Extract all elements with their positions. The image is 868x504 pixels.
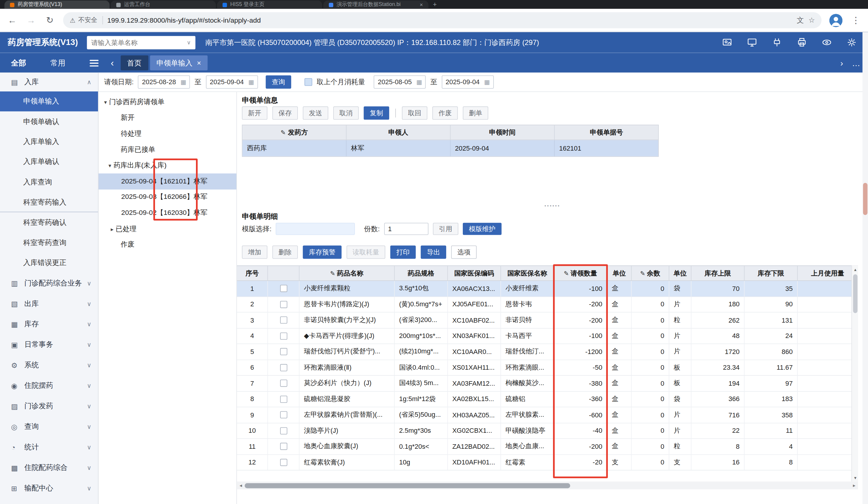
scroll-left-icon[interactable]: ‹ (111, 58, 114, 68)
nav-common[interactable]: 常用 (50, 58, 65, 68)
row-checkbox[interactable] (280, 459, 287, 466)
detail-toolbar-button[interactable]: 导出 (421, 245, 446, 259)
sidebar-group[interactable]: ▨ 门诊发药 ∨ (0, 396, 98, 416)
tree-item[interactable]: 药库已接单 (99, 142, 236, 158)
cell-apply-qty[interactable]: -360 (554, 391, 607, 406)
cell-apply-qty[interactable]: -40 (554, 423, 607, 438)
sidebar-item[interactable]: 入库单输入 (0, 132, 98, 152)
detail-toolbar-button[interactable]: 选项 (451, 245, 476, 259)
col-insurance-code[interactable]: 国家医保编码 (448, 266, 501, 280)
row-checkbox[interactable] (280, 427, 287, 434)
nav-all[interactable]: 全部 (11, 58, 26, 68)
master-action-button[interactable]: 作废 (432, 107, 458, 120)
browser-menu-icon[interactable]: ⋮ (850, 15, 861, 26)
col-spec[interactable]: 药品规格 (395, 266, 448, 280)
cell-remainder[interactable]: 0 (632, 281, 669, 296)
sidebar-item[interactable]: 申领单输入 (0, 91, 98, 112)
col-drug-name[interactable]: ✎ 药品名称 (299, 266, 395, 280)
sidebar-item[interactable]: 科室寄药输入 (0, 192, 98, 212)
tree-item-processed[interactable]: ▸ 已处理 (99, 221, 236, 237)
template-select-input[interactable] (276, 223, 355, 235)
scroll-up-icon[interactable]: ▲ (852, 266, 859, 273)
cell-apply-qty[interactable]: -600 (554, 407, 607, 423)
table-row[interactable]: 1 小麦纤维素颗粒 3.5g*10包 XA06ACX13... 小麦纤维素 -1… (237, 281, 858, 297)
date-from-input[interactable]: 2025-08-28 ▦ (138, 75, 190, 89)
vertical-scroll-thumb[interactable] (853, 274, 857, 313)
sidebar-item[interactable]: 科室寄药确认 (0, 212, 98, 233)
sidebar-group[interactable]: ▥ 门诊配药综合业务 ∨ (0, 273, 98, 293)
master-column-header[interactable]: 申领单据号 (555, 125, 658, 140)
close-icon[interactable]: × (197, 59, 201, 67)
table-row[interactable]: 4 ◆卡马西平片(得理多)(J) 200mg*10s*... XN03AFK01… (237, 328, 858, 344)
monitor-icon[interactable] (747, 37, 757, 48)
scroll-left-icon[interactable]: ◂ (237, 482, 245, 490)
table-row[interactable]: 9 左甲状腺素钠片(雷替斯)(... (省采5)50ug... XH03AAZ0… (237, 407, 858, 423)
master-action-button[interactable]: 复制 (364, 107, 389, 120)
page-scrollbar[interactable] (862, 32, 868, 504)
master-column-header[interactable]: 申领人 (347, 125, 451, 140)
consume-to-input[interactable]: 2025-09-04 ▦ (442, 75, 494, 89)
tree-root[interactable]: ▾ 门诊西药房请领单 (99, 94, 236, 110)
table-row[interactable]: 3 非诺贝特胶囊(力平之)(J) (省采3)200... XC10ABF02..… (237, 313, 858, 328)
row-checkbox[interactable] (280, 332, 287, 340)
row-checkbox[interactable] (280, 348, 287, 355)
sidebar-item[interactable]: 科室寄药查询 (0, 233, 98, 253)
master-row[interactable]: 西药库 林军 2025-09-04 162101 (242, 140, 658, 156)
master-action-button[interactable]: 删单 (463, 107, 488, 120)
col-unit2[interactable]: 单位 (669, 266, 691, 280)
menu-collapse-icon[interactable] (90, 59, 98, 66)
sidebar-item[interactable]: 入库错误更正 (0, 253, 98, 273)
table-row[interactable]: 6 环孢素滴眼液(Ⅱ) 国谈0.4ml:0... XS01XAH11... 环孢… (237, 360, 858, 376)
reload-icon[interactable]: ↻ (44, 15, 55, 26)
scroll-down-icon[interactable]: ▼ (852, 474, 859, 481)
tree-order-item[interactable]: 2025-09-02【162030】林军 (99, 205, 236, 221)
table-row[interactable]: 7 莫沙必利片（快力）(J) 国4续3) 5m... XA03FAM12... … (237, 376, 858, 391)
tree-item[interactable]: 新开 (99, 110, 236, 126)
screenshot-icon[interactable] (722, 37, 732, 48)
table-row[interactable]: 10 溴隐亭片(J) 2.5mg*30s XG02CBX1... 甲磺酸溴隐亭 … (237, 423, 858, 439)
cell-remainder[interactable]: 0 (632, 439, 669, 454)
master-column-header[interactable]: 申领时间 (451, 125, 555, 140)
address-bar[interactable]: ⚠ 不安全 199.9.129.29:8000/his-yf/app/#/sto… (63, 12, 822, 28)
scroll-right-icon[interactable]: › (840, 58, 843, 68)
row-checkbox[interactable] (280, 380, 287, 387)
table-row[interactable]: 8 硫糖铝混悬凝胶 1g:5ml*12袋 XA02BXL15... 硫糖铝 -3… (237, 391, 858, 407)
table-row[interactable]: 5 瑞舒伐他汀钙片(爱舒宁)... (续2)10mg*... XC10AAR0.… (237, 344, 858, 360)
panel-splitter-handle[interactable]: •••••• (237, 203, 868, 208)
back-icon[interactable]: ← (7, 15, 18, 25)
col-insurance-name[interactable]: 国家医保名称 (501, 266, 554, 280)
consume-from-input[interactable]: 2025-08-05 ▦ (374, 75, 426, 89)
cell-apply-qty[interactable]: -20 (554, 455, 607, 470)
cell-apply-qty[interactable]: -50 (554, 360, 607, 375)
tree-order-item[interactable]: 2025-09-03【162066】林军 (99, 189, 236, 205)
menu-search[interactable]: ∨ (87, 36, 195, 49)
table-row[interactable]: 2 恩替卡韦片(博路定)(J) (黄)0.5mg*7s+ XJ05AFE01..… (237, 297, 858, 312)
row-checkbox[interactable] (280, 285, 287, 292)
row-checkbox[interactable] (280, 364, 287, 371)
row-checkbox[interactable] (280, 443, 287, 450)
col-select[interactable] (268, 266, 300, 280)
cell-remainder[interactable]: 0 (632, 407, 669, 423)
printer-icon[interactable] (797, 37, 807, 48)
cell-apply-qty[interactable]: -100 (554, 328, 607, 343)
tree-item-void[interactable]: 作废 (99, 237, 236, 253)
row-checkbox[interactable] (280, 396, 287, 403)
cell-apply-qty[interactable]: -1200 (554, 344, 607, 359)
page-scroll-thumb[interactable] (863, 183, 868, 215)
close-icon[interactable]: × (420, 2, 423, 8)
sidebar-group[interactable]: ▩ 住院配药综合 ∨ (0, 457, 98, 478)
master-action-button[interactable]: 取消 (333, 107, 359, 120)
sidebar-group[interactable]: ◎ 查询 ∨ (0, 416, 98, 437)
browser-tab[interactable]: 演示管理后台数据Station.bi × (323, 1, 428, 9)
col-stock-lower[interactable]: 库存下限 (745, 266, 798, 280)
sidebar-group[interactable]: ◉ 住院摆药 ∨ (0, 375, 98, 396)
cell-remainder[interactable]: 0 (632, 376, 669, 391)
col-stock-upper[interactable]: 库存上限 (691, 266, 744, 280)
tree-branch-outbound[interactable]: ▾ 药库出库(未入库) (99, 158, 236, 173)
consume-checkbox[interactable] (304, 78, 312, 86)
col-unit[interactable]: 单位 (607, 266, 632, 280)
url-text[interactable]: 199.9.129.29:8000/his-yf/app/#/stock-in/… (107, 16, 792, 24)
master-action-button[interactable]: 新开 (242, 107, 267, 120)
new-tab-button[interactable]: + (433, 1, 437, 9)
cell-apply-qty[interactable]: -200 (554, 313, 607, 328)
